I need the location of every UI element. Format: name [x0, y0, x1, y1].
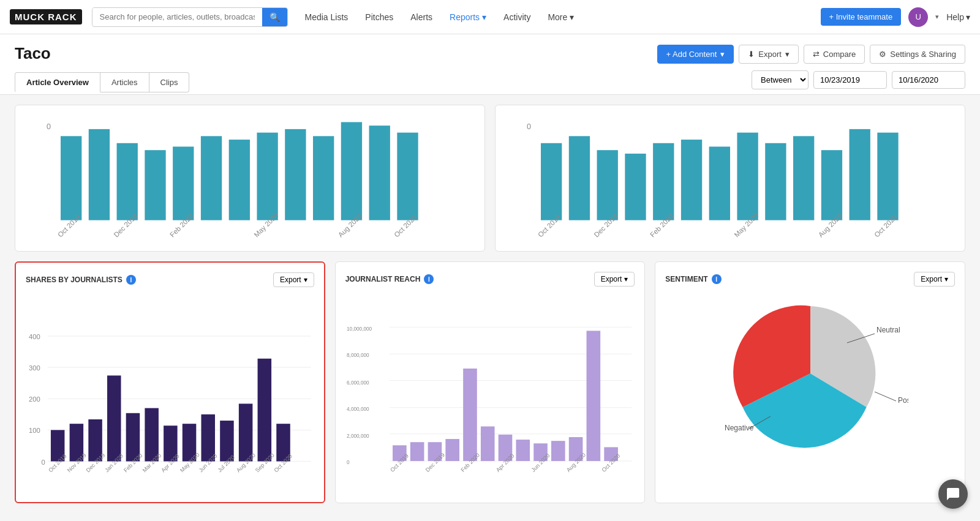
- navbar: MUCK RACK 🔍 Media Lists Pitches Alerts R…: [0, 0, 980, 34]
- nav-activity[interactable]: Activity: [496, 9, 538, 26]
- main-content: 0 Oct 2019 Dec 2019 Feb 2020 May: [0, 95, 980, 513]
- help-button[interactable]: Help ▾: [946, 12, 970, 22]
- bar: [597, 150, 618, 220]
- bar: [313, 136, 334, 220]
- bar: [625, 154, 646, 220]
- bar: [681, 140, 702, 220]
- export-icon: ⬇: [748, 50, 755, 59]
- add-content-chevron-icon: ▾: [720, 50, 725, 59]
- tab-clips[interactable]: Clips: [149, 72, 190, 92]
- sentiment-chart-card: SENTIMENT i Export ▾: [655, 261, 965, 503]
- bar: [397, 133, 418, 220]
- bar: [541, 143, 562, 220]
- reach-export-chevron-icon: ▾: [624, 275, 628, 283]
- export-button[interactable]: ⬇ Export ▾: [739, 45, 799, 64]
- y-4m: 4,000,000: [347, 407, 369, 412]
- sentiment-chart-header: SENTIMENT i Export ▾: [665, 272, 955, 287]
- shares-export-chevron-icon: ▾: [304, 275, 307, 284]
- avatar-chevron-icon: ▾: [935, 13, 939, 21]
- reports-chevron-icon: ▾: [482, 12, 486, 22]
- nav-media-lists[interactable]: Media Lists: [298, 9, 356, 26]
- y-6m: 6,000,000: [347, 380, 369, 386]
- bar: [89, 129, 110, 220]
- shares-export-button[interactable]: Export ▾: [273, 272, 314, 287]
- compare-button[interactable]: ⇄ Compare: [804, 45, 865, 64]
- y-8m: 8,000,000: [347, 353, 369, 358]
- bar: [239, 403, 253, 461]
- search-input[interactable]: [92, 8, 262, 26]
- bar: [117, 143, 138, 220]
- nav-more[interactable]: More ▾: [540, 9, 581, 26]
- bar: [737, 133, 758, 220]
- help-chevron-icon: ▾: [966, 12, 970, 22]
- logo[interactable]: MUCK RACK: [10, 9, 82, 24]
- page-actions: Taco + Add Content ▾ ⬇ Export ▾ ⇄ Compar…: [15, 44, 965, 70]
- reach-chart-svg: 0 2,000,000 4,000,000 6,000,000 8,000,00…: [345, 294, 635, 490]
- bar: [369, 126, 390, 220]
- y-400: 400: [29, 333, 40, 340]
- reach-chart-title: JOURNALIST REACH i: [345, 274, 434, 284]
- y-label-0: 0: [47, 122, 51, 131]
- nav-links: Media Lists Pitches Alerts Reports ▾ Act…: [298, 9, 811, 26]
- nav-reports[interactable]: Reports ▾: [442, 9, 494, 26]
- bar: [793, 136, 814, 220]
- date-from-input[interactable]: [813, 71, 887, 89]
- y-label-0: 0: [527, 122, 531, 131]
- nav-pitches[interactable]: Pitches: [358, 9, 401, 26]
- compare-icon: ⇄: [813, 50, 820, 59]
- top-chart-right-svg: 0 Oct 2019 Dec 2019 Feb 2020 May 2020 Au…: [505, 115, 955, 241]
- bar: [173, 147, 194, 220]
- bottom-charts-row: SHARES BY JOURNALISTS i Export ▾ 0 100 2…: [15, 261, 965, 503]
- search-bar: 🔍: [92, 7, 288, 27]
- settings-sharing-button[interactable]: ⚙ Settings & Sharing: [870, 45, 965, 64]
- reach-chart-header: JOURNALIST REACH i Export ▾: [345, 272, 635, 287]
- y-0: 0: [42, 459, 45, 466]
- y-2m: 2,000,000: [347, 433, 369, 439]
- add-content-button[interactable]: + Add Content ▾: [657, 45, 734, 64]
- bar: [107, 375, 121, 461]
- bar: [765, 143, 786, 220]
- more-chevron-icon: ▾: [570, 12, 574, 22]
- bar: [445, 439, 459, 461]
- bar: [877, 133, 898, 220]
- pie-container: Neutral Positive Negative: [665, 294, 955, 453]
- sentiment-chart-title: SENTIMENT i: [665, 274, 721, 284]
- y-300: 300: [29, 364, 40, 372]
- reach-export-button[interactable]: Export ▾: [594, 272, 635, 287]
- avatar[interactable]: U: [908, 7, 928, 27]
- bar: [341, 122, 362, 220]
- date-filter-select[interactable]: Between: [752, 70, 809, 89]
- reach-info-icon[interactable]: i: [424, 274, 434, 284]
- search-button[interactable]: 🔍: [262, 8, 287, 26]
- reach-chart-card: JOURNALIST REACH i Export ▾ 0 2,000,000 …: [335, 261, 646, 503]
- sentiment-pie-svg: Neutral Positive Negative: [712, 288, 908, 459]
- page-title: Taco: [15, 44, 51, 63]
- y-200: 200: [29, 395, 40, 403]
- tabs: Article Overview Articles Clips: [15, 72, 189, 92]
- shares-chart-card: SHARES BY JOURNALISTS i Export ▾ 0 100 2…: [15, 261, 325, 503]
- sentiment-info-icon[interactable]: i: [712, 274, 722, 284]
- shares-info-icon[interactable]: i: [126, 275, 136, 285]
- nav-right: + Invite teammate U ▾ Help ▾: [821, 7, 971, 27]
- bar: [586, 331, 600, 461]
- positive-line: [875, 392, 896, 401]
- bar: [463, 369, 477, 461]
- tab-articles[interactable]: Articles: [100, 72, 149, 92]
- chat-bubble[interactable]: [938, 479, 968, 509]
- bar: [145, 150, 165, 220]
- y-10m: 10,000,000: [347, 326, 372, 332]
- bar: [653, 143, 674, 220]
- chat-icon: [946, 487, 960, 501]
- invite-teammate-button[interactable]: + Invite teammate: [821, 8, 902, 26]
- bar: [821, 150, 842, 220]
- shares-chart-svg: 0 100 200 300 400: [26, 294, 314, 490]
- nav-alerts[interactable]: Alerts: [403, 9, 440, 26]
- bar: [850, 129, 870, 220]
- y-0: 0: [347, 460, 350, 465]
- date-to-input[interactable]: [892, 71, 965, 89]
- sentiment-export-button[interactable]: Export ▾: [914, 272, 955, 287]
- tab-article-overview[interactable]: Article Overview: [15, 72, 100, 92]
- shares-chart-header: SHARES BY JOURNALISTS i Export ▾: [26, 272, 314, 287]
- bar: [551, 441, 565, 461]
- y-100: 100: [29, 427, 40, 435]
